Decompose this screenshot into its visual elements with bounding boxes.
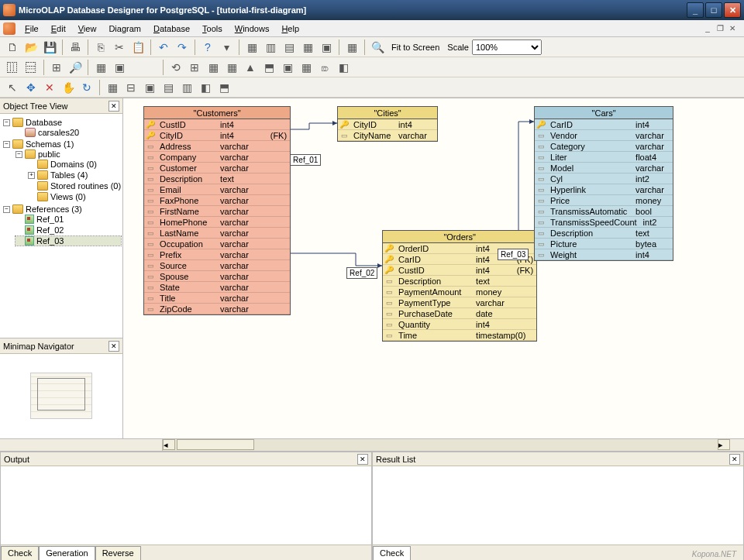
column-row[interactable]: ▭ FirstName varchar <box>144 206 290 217</box>
tab-result-check[interactable]: Check <box>373 546 411 560</box>
column-row[interactable]: ▭ Quantity int4 <box>383 319 536 330</box>
menu-view[interactable]: View <box>72 22 103 35</box>
column-row[interactable]: ▭ Time timestamp(0) <box>383 330 536 341</box>
column-row[interactable]: ▭ Hyperlink varchar <box>535 184 673 195</box>
diagram-canvas[interactable]: "Customers" 🔑 CustID int4 🔑 CityID int4 … <box>123 98 744 438</box>
column-row[interactable]: ▭ PurchaseDate date <box>383 308 536 319</box>
magnify-icon[interactable]: 🔍 <box>369 39 386 56</box>
tree-refs[interactable]: References (3) <box>26 204 82 214</box>
grid1-icon[interactable]: ▦ <box>243 39 260 56</box>
group-icon[interactable]: ⬒ <box>215 79 232 96</box>
ref-label-01[interactable]: Ref_01 <box>290 154 321 166</box>
column-row[interactable]: ▭ Customer varchar <box>144 163 290 173</box>
result-close-icon[interactable]: ✕ <box>729 454 740 465</box>
tree-ref-01[interactable]: Ref_01 <box>36 215 64 224</box>
scroll-right-icon[interactable]: ▸ <box>718 439 730 450</box>
tool-d7-icon[interactable]: ▣ <box>279 59 296 76</box>
column-row[interactable]: ▭ ZipCode varchar <box>144 304 290 314</box>
column-row[interactable]: ▭ Picture bytea <box>535 239 673 249</box>
tool-d5-icon[interactable]: ▲ <box>242 59 259 76</box>
proc-icon[interactable]: ▥ <box>178 79 195 96</box>
tree-close-icon[interactable]: ✕ <box>108 101 119 112</box>
grid4-icon[interactable]: ▦ <box>299 39 316 56</box>
tool-b2-icon[interactable]: 🔎 <box>67 59 84 76</box>
minimap-close-icon[interactable]: ✕ <box>108 341 119 352</box>
hand-icon[interactable]: ✋ <box>60 79 77 96</box>
ref-icon[interactable]: ⊟ <box>122 79 140 96</box>
save-icon[interactable]: 💾 <box>41 39 58 56</box>
tool-d4-icon[interactable]: ▦ <box>223 59 240 76</box>
column-row[interactable]: ▭ CityName varchar <box>338 130 437 141</box>
column-row[interactable]: ▭ Description text <box>144 173 290 184</box>
refresh-icon[interactable]: ↻ <box>78 79 95 96</box>
column-row[interactable]: ▭ Description text <box>383 276 536 287</box>
result-body[interactable] <box>373 466 743 545</box>
column-row[interactable]: ▭ Address varchar <box>144 141 290 152</box>
domain-icon[interactable]: ◧ <box>197 79 214 96</box>
paste-icon[interactable]: 📋 <box>129 39 146 56</box>
column-row[interactable]: ▭ Email varchar <box>144 184 290 195</box>
column-row[interactable]: 🔑 CustID int4 (FK) <box>383 265 536 276</box>
column-row[interactable]: ▭ Category varchar <box>535 141 673 152</box>
mdi-restore-icon[interactable]: ❐ <box>715 23 725 34</box>
column-row[interactable]: ▭ Occupation varchar <box>144 239 290 249</box>
tool-a1-icon[interactable]: ⿲ <box>4 59 21 76</box>
tree-public[interactable]: public <box>38 149 60 159</box>
menu-diagram[interactable]: Diagram <box>102 22 147 35</box>
column-row[interactable]: ▭ TransmissAutomatic bool <box>535 206 673 217</box>
tool-d6-icon[interactable]: ⬒ <box>260 59 277 76</box>
menu-windows[interactable]: Windows <box>229 22 276 35</box>
table-customers[interactable]: "Customers" 🔑 CustID int4 🔑 CityID int4 … <box>143 106 291 315</box>
new-icon[interactable]: 🗋 <box>4 39 21 56</box>
tree-stored[interactable]: Stored routines (0) <box>50 181 121 191</box>
tool-d9-icon[interactable]: ⎄ <box>316 59 333 76</box>
table-orders[interactable]: "Orders" 🔑 OrderID int4 🔑 CarID int4 (FK… <box>382 230 537 342</box>
menu-tools[interactable]: Tools <box>196 22 229 35</box>
tree-domains[interactable]: Domains (0) <box>50 160 97 169</box>
mdi-minimize-icon[interactable]: _ <box>702 23 713 34</box>
column-row[interactable]: ▭ HomePhone varchar <box>144 217 290 228</box>
copy-icon[interactable]: ⎘ <box>92 39 109 56</box>
move-icon[interactable]: ✥ <box>22 79 40 96</box>
tab-check[interactable]: Check <box>1 546 39 560</box>
minimize-button[interactable]: _ <box>687 2 704 18</box>
fit-to-screen-label[interactable]: Fit to Screen <box>387 43 444 52</box>
tool-d3-icon[interactable]: ▦ <box>205 59 222 76</box>
column-row[interactable]: ▭ PaymentType varchar <box>383 297 536 308</box>
menu-file[interactable]: File <box>19 22 45 35</box>
scroll-left-icon[interactable]: ◂ <box>163 439 175 450</box>
column-row[interactable]: ▭ Company varchar <box>144 152 290 163</box>
tool-d10-icon[interactable]: ◧ <box>335 59 352 76</box>
tree-views[interactable]: Views (0) <box>50 192 86 201</box>
note-icon[interactable]: ▣ <box>141 79 158 96</box>
column-row[interactable]: ▭ State varchar <box>144 282 290 293</box>
mdi-close-icon[interactable]: ✕ <box>727 23 738 34</box>
table-cars[interactable]: "Cars" 🔑 CarID int4 ▭ Vendor varchar ▭ C… <box>534 106 673 261</box>
close-button[interactable]: ✕ <box>724 2 741 18</box>
column-row[interactable]: 🔑 CarID int4 <box>535 119 673 130</box>
maximize-button[interactable]: □ <box>705 2 722 18</box>
column-row[interactable]: 🔑 CustID int4 <box>144 119 290 130</box>
tree-schemas[interactable]: Schemas (1) <box>26 139 74 149</box>
column-row[interactable]: ▭ Description text <box>535 228 673 239</box>
grid6-icon[interactable]: ▦ <box>343 39 360 56</box>
tab-reverse[interactable]: Reverse <box>95 546 141 560</box>
tool-b1-icon[interactable]: ⊞ <box>48 59 65 76</box>
tree-ref-02[interactable]: Ref_02 <box>36 225 64 235</box>
ref-label-02[interactable]: Ref_02 <box>346 267 377 279</box>
column-row[interactable]: 🔑 CityID int4 (FK) <box>144 130 290 141</box>
grid3-icon[interactable]: ▤ <box>281 39 298 56</box>
column-row[interactable]: ▭ PaymentAmount money <box>383 287 536 297</box>
column-row[interactable]: ▭ Price money <box>535 195 673 206</box>
tool-d1-icon[interactable]: ⟲ <box>167 59 184 76</box>
table-cities[interactable]: "Cities" 🔑 CityID int4 ▭ CityName varcha… <box>337 106 438 142</box>
canvas-hscroll[interactable]: ◂ ▸ <box>0 438 744 451</box>
tab-generation[interactable]: Generation <box>39 546 95 560</box>
column-row[interactable]: ▭ FaxPhone varchar <box>144 195 290 206</box>
grid5-icon[interactable]: ▣ <box>318 39 335 56</box>
help-icon[interactable]: ? <box>199 39 216 56</box>
output-close-icon[interactable]: ✕ <box>357 454 368 465</box>
grid2-icon[interactable]: ▥ <box>262 39 279 56</box>
column-row[interactable]: ▭ Cyl int2 <box>535 173 673 184</box>
column-row[interactable]: ▭ Weight int4 <box>535 249 673 260</box>
